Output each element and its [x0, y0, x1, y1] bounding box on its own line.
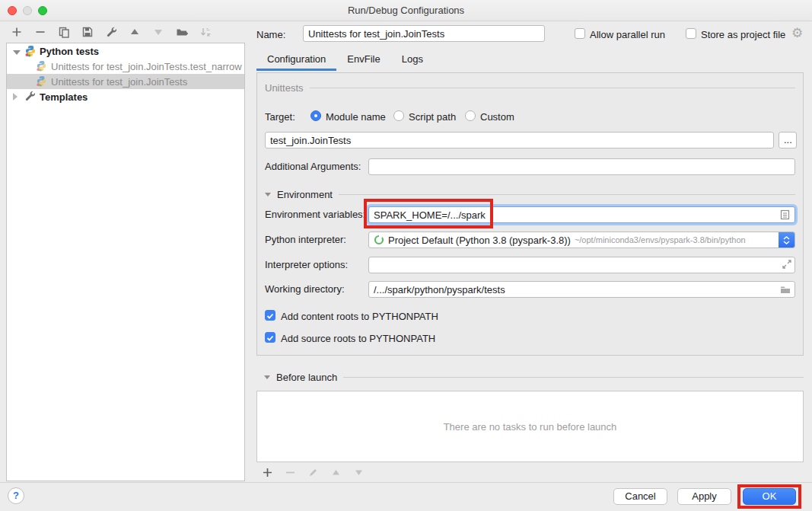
environment-variables-input[interactable]	[368, 206, 795, 223]
name-label: Name:	[256, 29, 285, 40]
tree-item-python-tests[interactable]: Python tests	[7, 43, 244, 59]
sort-configurations-icon	[199, 26, 212, 38]
footer-separator	[0, 482, 812, 483]
configurations-toolbar	[11, 25, 212, 39]
working-directory-label: Working directory:	[265, 283, 345, 295]
config-tabs: Configuration EnvFile Logs	[256, 50, 434, 71]
environment-variables-label: Environment variables:	[265, 209, 365, 220]
apply-button[interactable]: Apply	[677, 488, 731, 505]
window-title: Run/Debug Configurations	[0, 0, 812, 21]
configurations-tree: Python tests Unittests for test_join.Joi…	[6, 43, 245, 481]
remove-configuration-icon[interactable]	[34, 26, 46, 38]
target-module-name-radio[interactable]	[310, 110, 321, 121]
interpreter-dropdown-stepper[interactable]	[779, 232, 794, 248]
target-script-path-radio[interactable]	[393, 110, 404, 121]
add-configuration-icon[interactable]	[11, 26, 23, 38]
title-bar: Run/Debug Configurations	[0, 0, 812, 21]
python-interpreter-path: ~/opt/miniconda3/envs/pyspark-3.8/bin/py…	[575, 235, 746, 244]
tree-item-unittests-narrow[interactable]: Unittests for test_join.JoinTests.test_n…	[7, 59, 244, 74]
tab-configuration[interactable]: Configuration	[256, 50, 336, 71]
task-move-down-icon	[352, 466, 365, 478]
templates-wrench-icon	[24, 91, 37, 103]
collapsed-arrow-icon[interactable]	[13, 91, 21, 103]
before-launch-section-header: Before launch	[264, 372, 804, 383]
name-input[interactable]	[303, 25, 545, 42]
before-launch-collapse-icon[interactable]	[264, 375, 270, 379]
tree-item-label: Unittests for test_join.JoinTests	[51, 76, 187, 88]
target-label: Target:	[265, 111, 295, 123]
browse-module-button[interactable]: ...	[779, 132, 797, 149]
before-launch-task-list: There are no tasks to run before launch	[256, 391, 804, 462]
conda-environment-icon	[374, 235, 384, 245]
interpreter-options-label: Interpreter options:	[265, 259, 348, 270]
task-move-up-icon	[330, 466, 342, 478]
target-custom-label: Custom	[480, 111, 514, 123]
store-as-project-file-label: Store as project file	[701, 29, 785, 40]
tree-item-templates[interactable]: Templates	[7, 89, 244, 104]
help-button[interactable]: ?	[8, 487, 24, 504]
allow-parallel-run-checkbox[interactable]	[575, 28, 585, 39]
environment-section-title: Environment	[277, 189, 333, 200]
python-interpreter-value: Project Default (Python 3.8 (pyspark-3.8…	[388, 235, 571, 246]
edit-task-pencil-icon	[307, 466, 319, 478]
unittests-section-header: Unittests	[265, 82, 795, 94]
environment-section-header: Environment	[265, 189, 795, 200]
add-source-roots-label: Add source roots to PYTHONPATH	[281, 333, 435, 344]
target-module-input[interactable]	[265, 132, 774, 149]
move-up-icon[interactable]	[129, 26, 141, 38]
ok-button[interactable]: OK	[743, 488, 796, 505]
new-folder-icon[interactable]	[176, 26, 188, 38]
tree-item-label: Templates	[40, 91, 88, 103]
browse-folder-icon[interactable]	[780, 285, 791, 296]
python-tests-icon	[24, 45, 37, 57]
allow-parallel-run-label: Allow parallel run	[590, 29, 665, 40]
python-interpreter-label: Python interpreter:	[265, 234, 346, 245]
environment-collapse-icon[interactable]	[265, 193, 271, 196]
additional-arguments-label: Additional Arguments:	[265, 161, 361, 172]
tab-envfile[interactable]: EnvFile	[336, 50, 390, 71]
target-custom-radio[interactable]	[465, 110, 476, 121]
tree-item-unittests-jointests-selected[interactable]: Unittests for test_join.JoinTests	[7, 74, 244, 89]
copy-configuration-icon[interactable]	[58, 26, 70, 38]
tree-item-label: Python tests	[40, 46, 99, 57]
expand-field-icon[interactable]	[782, 260, 791, 271]
configuration-panel: Unittests Target: Module name Script pat…	[256, 72, 804, 356]
interpreter-options-input[interactable]	[368, 257, 795, 273]
python-test-config-icon	[36, 75, 48, 88]
before-launch-empty-text: There are no tasks to run before launch	[444, 421, 617, 433]
python-test-config-icon	[36, 60, 48, 72]
tree-item-label: Unittests for test_join.JoinTests.test_n…	[51, 61, 242, 72]
target-script-path-label: Script path	[409, 111, 456, 123]
target-module-name-label: Module name	[326, 111, 386, 123]
additional-arguments-input[interactable]	[368, 158, 795, 175]
tab-logs[interactable]: Logs	[391, 50, 434, 71]
remove-task-icon	[284, 466, 296, 478]
save-configuration-icon[interactable]	[81, 26, 94, 38]
gear-icon[interactable]: ⚙	[791, 25, 803, 40]
add-content-roots-label: Add content roots to PYTHONPATH	[281, 311, 438, 322]
expanded-arrow-icon[interactable]	[13, 46, 21, 57]
before-launch-title: Before launch	[276, 372, 337, 383]
working-directory-input[interactable]	[368, 281, 795, 298]
move-down-icon	[152, 26, 164, 38]
add-content-roots-checkbox[interactable]	[265, 310, 275, 321]
before-launch-toolbar	[261, 466, 365, 478]
edit-templates-wrench-icon[interactable]	[105, 26, 117, 38]
edit-environment-variables-icon[interactable]	[780, 209, 790, 222]
add-source-roots-checkbox[interactable]	[265, 332, 275, 343]
python-interpreter-select[interactable]: Project Default (Python 3.8 (pyspark-3.8…	[368, 232, 795, 248]
add-task-icon[interactable]	[261, 466, 273, 478]
store-as-project-file-checkbox[interactable]	[686, 28, 696, 39]
unittests-section-title: Unittests	[265, 82, 304, 94]
cancel-button[interactable]: Cancel	[613, 488, 667, 505]
